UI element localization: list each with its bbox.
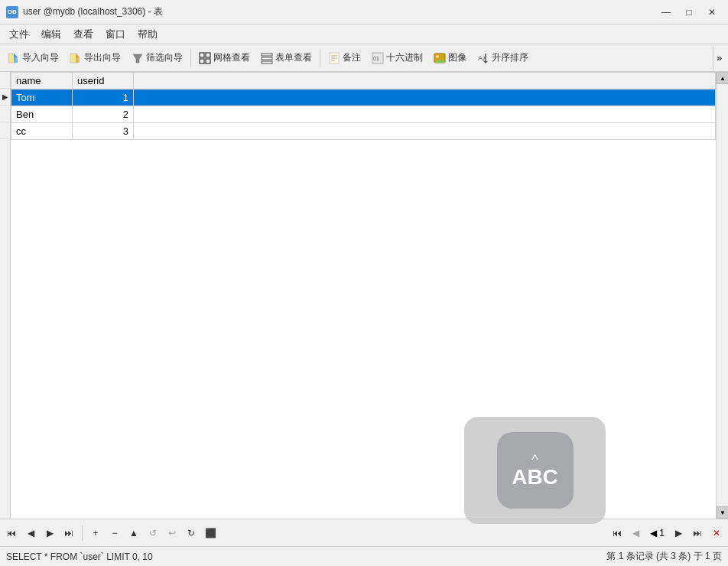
scroll-up-button[interactable]: ▲	[717, 72, 728, 84]
svg-rect-9	[200, 59, 204, 63]
svg-marker-25	[483, 61, 488, 63]
scrollbar[interactable]: ▲ ▼	[716, 72, 728, 519]
svg-rect-5	[76, 57, 80, 63]
nav-sep-1	[82, 525, 83, 541]
status-bar: SELECT * FROM `user` LIMIT 0, 10 第 1 条记录…	[0, 546, 728, 566]
filter-icon	[132, 52, 144, 64]
row-indicator-1: ▶	[0, 89, 10, 106]
nav-last-button[interactable]: ⏭	[60, 525, 77, 542]
row-indicator: ▶	[0, 72, 11, 519]
page-last-button[interactable]: ⏭	[689, 525, 706, 542]
import-icon	[8, 52, 20, 64]
menu-window[interactable]: 窗口	[99, 26, 132, 43]
svg-rect-12	[262, 57, 272, 60]
ime-abc-label: ABC	[512, 465, 558, 490]
add-record-button[interactable]: +	[87, 525, 104, 542]
filter-label: 筛选向导	[146, 51, 183, 64]
delete-record-button[interactable]: −	[106, 525, 123, 542]
nav-next-button[interactable]: ▶	[41, 525, 58, 542]
memo-icon	[328, 52, 340, 64]
scroll-down-button[interactable]: ▼	[717, 506, 728, 519]
cell-name-3[interactable]: cc	[11, 123, 73, 140]
close-button[interactable]: ✕	[702, 4, 722, 21]
row-indicator-3	[0, 122, 10, 139]
move-down-button[interactable]: ↺	[145, 525, 161, 542]
memo-label: 备注	[343, 51, 361, 64]
page-stop-button[interactable]: ✕	[708, 525, 725, 542]
svg-point-21	[436, 55, 439, 58]
window-controls: — □ ✕	[656, 4, 722, 21]
filter-button[interactable]: 筛选向导	[127, 47, 187, 70]
table-header-row: name userid	[11, 73, 716, 89]
bottom-toolbar: ⏮ ◀ ▶ ⏭ + − ▲ ↺ ↩ ↻ ⬛ ⏮ ◀ ◀ 1 ▶ ⏭ ✕	[0, 519, 728, 546]
header-indicator	[0, 72, 10, 89]
nav-prev-button[interactable]: ◀	[22, 525, 39, 542]
col-name[interactable]: name	[11, 73, 73, 89]
minimize-button[interactable]: —	[656, 4, 676, 21]
export-icon	[70, 52, 82, 64]
page-next-button[interactable]: ▶	[670, 525, 687, 542]
grid-label: 网格查看	[213, 51, 250, 64]
menu-view[interactable]: 查看	[67, 26, 99, 43]
menu-file[interactable]: 文件	[3, 26, 35, 43]
toolbar-sep-1	[190, 49, 191, 67]
page-prev-button[interactable]: ◀	[628, 525, 645, 542]
record-info: 第 1 条记录 (共 3 条) 于 1 页	[606, 550, 722, 563]
svg-text:01: 01	[373, 56, 379, 61]
row-arrow: ▶	[2, 93, 8, 101]
image-icon	[434, 52, 446, 64]
svg-rect-8	[206, 53, 210, 57]
window-title: user @mydb (localhost_3306) - 表	[23, 5, 656, 18]
table-row[interactable]: cc 3	[11, 123, 716, 140]
export-button[interactable]: 导出向导	[65, 47, 125, 70]
svg-rect-10	[206, 59, 210, 63]
svg-rect-2	[14, 57, 18, 63]
sort-icon: Az	[477, 52, 489, 64]
stop-button[interactable]: ⬛	[202, 525, 219, 542]
cell-userid-3[interactable]: 3	[73, 123, 134, 140]
col-empty	[134, 73, 716, 89]
form-label: 表单查看	[275, 51, 312, 64]
scroll-track[interactable]	[717, 84, 728, 506]
form-view-button[interactable]: 表单查看	[256, 47, 317, 70]
grid-icon	[199, 52, 211, 64]
main-area: ▶ name userid Tom 1 Ben	[0, 72, 728, 519]
data-table: name userid Tom 1 Ben 2 cc 3	[11, 72, 716, 140]
redo-button[interactable]: ↻	[183, 525, 200, 542]
grid-view-button[interactable]: 网格查看	[194, 47, 255, 70]
menu-bar: 文件 编辑 查看 窗口 帮助	[0, 24, 728, 44]
svg-rect-11	[262, 54, 272, 56]
hex-label: 十六进制	[386, 51, 423, 64]
form-icon	[261, 52, 273, 64]
image-button[interactable]: 图像	[429, 47, 471, 70]
import-label: 导入向导	[22, 51, 59, 64]
menu-help[interactable]: 帮助	[132, 26, 164, 43]
table-wrapper[interactable]: name userid Tom 1 Ben 2 cc 3	[11, 72, 716, 519]
import-button[interactable]: 导入向导	[3, 47, 63, 70]
sort-button[interactable]: Az 升序排序	[473, 47, 533, 70]
cell-userid-1[interactable]: 1	[73, 89, 134, 106]
hex-icon: 01	[372, 52, 384, 64]
move-up-button[interactable]: ▲	[125, 525, 142, 542]
table-row[interactable]: Tom 1	[11, 89, 716, 106]
col-userid[interactable]: userid	[73, 73, 134, 89]
memo-button[interactable]: 备注	[323, 47, 366, 70]
sort-label: 升序排序	[492, 51, 528, 64]
nav-first-button[interactable]: ⏮	[3, 525, 20, 542]
toolbar-sep-2	[320, 49, 320, 67]
maximize-button[interactable]: □	[679, 4, 699, 21]
menu-edit[interactable]: 编辑	[35, 26, 67, 43]
cell-userid-2[interactable]: 2	[73, 106, 134, 123]
page-number: ◀ 1	[647, 528, 668, 538]
undo-button[interactable]: ↩	[164, 525, 180, 542]
cell-name-2[interactable]: Ben	[11, 106, 73, 123]
svg-rect-7	[200, 53, 204, 57]
cell-empty-2	[134, 106, 716, 123]
cell-name-1[interactable]: Tom	[11, 89, 73, 106]
table-row[interactable]: Ben 2	[11, 106, 716, 123]
svg-rect-13	[262, 61, 272, 63]
page-first-button[interactable]: ⏮	[609, 525, 626, 542]
toolbar-more[interactable]: »	[713, 46, 725, 70]
hex-button[interactable]: 01 十六进制	[367, 47, 427, 70]
ime-icon: ^ ABC	[497, 432, 574, 509]
